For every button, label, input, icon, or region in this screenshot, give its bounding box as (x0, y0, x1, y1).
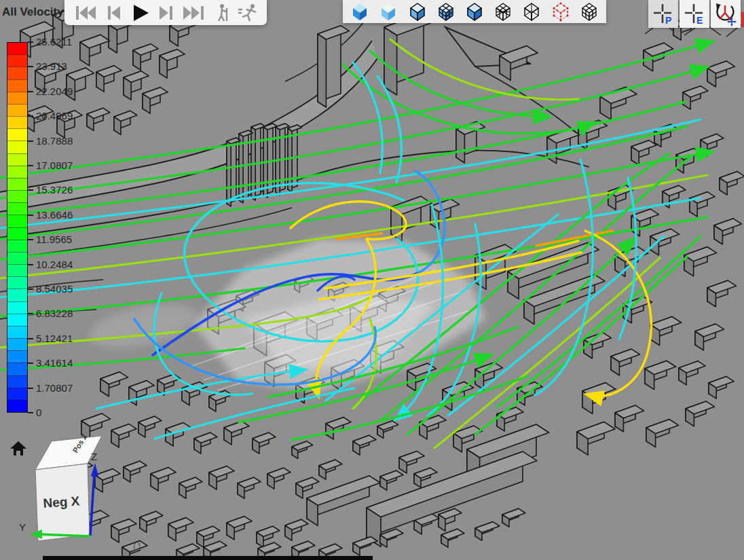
mesh-button[interactable] (491, 0, 515, 23)
hidden-line-button[interactable] (578, 0, 601, 23)
rotate-view-button[interactable] (711, 0, 741, 28)
run-button[interactable] (236, 1, 260, 24)
skip-to-start-icon (73, 3, 97, 23)
3d-viewport[interactable]: (1 Pos Z Neg X Z Y All Velocity (0, 0, 744, 560)
ground-edge (43, 556, 373, 560)
shaded-edges-cube-icon (407, 1, 428, 22)
walk-button[interactable] (211, 1, 233, 24)
building (318, 34, 326, 107)
cube-front-label: Neg X (43, 493, 81, 510)
points-cube-icon (551, 1, 571, 22)
solid-cube-icon (464, 1, 485, 22)
smooth-shaded-cube-icon (350, 1, 370, 22)
shaded-mesh-cube-icon (436, 1, 456, 22)
clipped-toolbar-icon (741, 12, 744, 27)
flat-shaded-cube-icon (378, 1, 398, 22)
play-button[interactable] (128, 1, 152, 24)
display-mode-toolbar (343, 0, 606, 23)
probe-element-button[interactable]: E (680, 0, 709, 28)
skip-to-start-button[interactable] (71, 1, 98, 24)
probe-toolbar: P E (648, 0, 741, 28)
hidden-line-cube-icon (579, 1, 599, 22)
probe-point-icon: P (652, 3, 675, 26)
points-button[interactable] (549, 0, 572, 23)
z-axis-label: Z (91, 451, 97, 462)
step-forward-button[interactable] (155, 1, 178, 24)
probe-point-button[interactable]: P (648, 0, 678, 28)
step-back-button[interactable] (101, 1, 124, 24)
probe-element-letter: E (696, 15, 703, 26)
shaded-edges-button[interactable] (406, 0, 429, 23)
y-axis-label: Y (19, 521, 26, 533)
mesh-cube-icon (493, 1, 513, 22)
building (384, 27, 397, 95)
wireframe-button[interactable] (520, 0, 543, 23)
probe-point-letter: P (665, 15, 671, 26)
rotate-view-icon (713, 2, 739, 26)
solid-button[interactable] (463, 0, 486, 23)
step-back-icon (103, 3, 123, 23)
run-icon (237, 3, 259, 23)
shaded-mesh-button[interactable] (434, 0, 458, 23)
play-icon (129, 3, 151, 23)
skip-to-end-icon (182, 3, 206, 23)
smooth-shaded-button[interactable] (348, 0, 371, 23)
wireframe-cube-icon (521, 1, 542, 22)
walk-icon (212, 3, 231, 23)
building (227, 141, 231, 206)
step-forward-icon (156, 3, 176, 23)
probe-element-icon: E (683, 3, 706, 26)
skip-to-end-button[interactable] (181, 1, 208, 24)
ground-label: (1 (133, 540, 142, 552)
cfd-scene[interactable]: (1 Pos Z Neg X Z Y (0, 0, 744, 560)
building (288, 128, 292, 192)
playback-toolbar (64, 0, 267, 25)
flat-shaded-button[interactable] (377, 0, 400, 23)
